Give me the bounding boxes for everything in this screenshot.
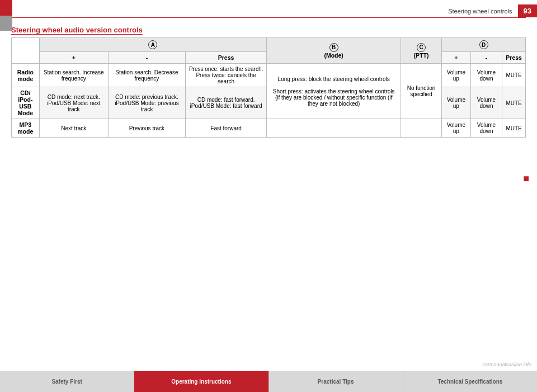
group-a-header: A <box>39 38 267 52</box>
col-mode-label: (Mode) <box>324 52 343 59</box>
top-left-decoration <box>0 0 12 31</box>
section-heading: Steering wheel audio version controls <box>11 26 526 34</box>
footer-section: Technical Specifications <box>403 371 537 392</box>
table-cell: CD mode: next track. iPod/USB Mode: next… <box>39 87 108 119</box>
group-d-header: D <box>442 38 526 52</box>
footer-section: Operating Instructions <box>134 371 268 392</box>
row-label: Radio mode <box>12 64 40 87</box>
table-cell: Volume up <box>442 119 471 138</box>
col-d-plus: + <box>442 52 471 64</box>
group-c-header: C (PTT) <box>401 38 442 64</box>
circle-b: B <box>329 43 338 52</box>
table-cell: MUTE <box>502 119 526 138</box>
header-divider <box>11 17 526 18</box>
table-cell: Press once: starts the search. Press twi… <box>185 64 266 87</box>
footer: Safety FirstOperating InstructionsPracti… <box>0 371 537 392</box>
watermark: carmanualsonline.info <box>482 362 531 367</box>
table-cell: CD mode: fast forward. iPod/USB Mode: fa… <box>185 87 266 119</box>
table-cell: Fast forward <box>185 119 266 138</box>
col-a-plus: + <box>39 52 108 64</box>
row-label: MP3 mode <box>12 119 40 138</box>
table-cell: Volume up <box>442 87 471 119</box>
footer-section: Practical Tips <box>269 371 403 392</box>
table-cell: Volume down <box>470 87 502 119</box>
table-cell: MUTE <box>502 87 526 119</box>
col-a-press: Press <box>185 52 266 64</box>
table-cell: MUTE <box>502 64 526 87</box>
circle-a: A <box>148 40 157 49</box>
table-cell: Volume down <box>470 119 502 138</box>
table-cell: Volume up <box>442 64 471 87</box>
page-title: Steering wheel controls <box>448 8 512 15</box>
table-cell: Next track <box>39 119 108 138</box>
circle-c: C <box>417 43 426 52</box>
b-mode-cell: Long press: block the steering wheel con… <box>267 64 401 119</box>
c-ptt-cell-mp3 <box>401 119 442 138</box>
b-mode-cell-mp3 <box>267 119 401 138</box>
footer-section: Safety First <box>0 371 134 392</box>
table-cell: Station search. Increase frequency <box>39 64 108 87</box>
table-cell: Volume down <box>470 64 502 87</box>
col-d-press: Press <box>502 52 526 64</box>
controls-table: A B (Mode) C (PTT) D + - Press + <box>11 37 526 138</box>
c-ptt-cell: No function specified <box>401 64 442 119</box>
row-label: CD/ iPod-USB Mode <box>12 87 40 119</box>
table-cell: Previous track <box>108 119 185 138</box>
col-ptt-label: (PTT) <box>414 52 429 59</box>
table-cell: Station search. Decrease frequency <box>108 64 185 87</box>
col-a-minus: - <box>108 52 185 64</box>
col-d-minus: - <box>470 52 502 64</box>
circle-d: D <box>479 40 488 49</box>
page-number: 93 <box>518 4 537 17</box>
group-b-header: B (Mode) <box>267 38 401 64</box>
table-cell: CD mode: previous track. iPod/USB Mode: … <box>108 87 185 119</box>
red-bullet: ■ <box>523 173 529 183</box>
